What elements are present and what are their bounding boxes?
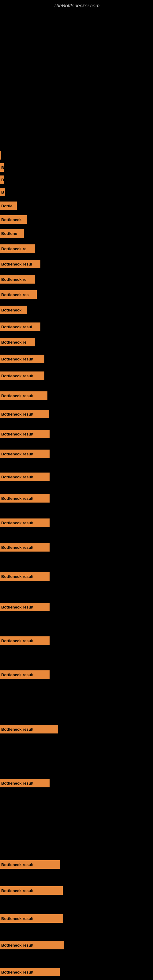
bar: Bottleneck result [0,494,49,503]
bar: Bottleneck res [0,290,37,299]
bar-row: Bottleneck result [0,860,60,869]
bar-label: Bottleneck result [1,545,33,550]
bar-row: Bottleneck result [0,670,49,679]
bar-row: Bottleneck result [0,519,49,527]
bar: B [0,175,4,184]
bar: Bottleneck result [0,410,49,418]
bars-container: BBBBottleBottleneckBottleneBottleneck re… [0,10,153,980]
bar-row: Bottleneck result [0,941,64,950]
bar-row: Bottleneck result [0,391,48,400]
bar: Bottleneck result [0,519,49,527]
bar: Bottleneck result [0,636,49,645]
bar-label: Bottleneck re [1,247,26,251]
bar: Bottleneck result [0,543,49,552]
bar-label: Bottleneck result [1,520,33,525]
bar-label: Bottleneck [1,308,21,312]
bar-row: Bottleneck result [0,886,63,895]
bar-label: Bottleneck [1,218,21,222]
bar: Bottleneck resul [0,260,40,268]
bar-row: Bottleneck result [0,473,49,481]
bar-row: Bottleneck result [0,603,49,611]
bar-label: Bottleneck resul [1,325,32,329]
bar: Bottleneck re [0,275,35,283]
bar: Bottlene [0,229,24,238]
bar-row: Bottleneck res [0,290,37,299]
bar: Bottleneck result [0,725,58,733]
bar-row: Bottleneck result [0,572,49,581]
bar-label: Bottleneck res [1,293,29,297]
bar-row: Bottleneck result [0,543,49,552]
bar-label: Bottleneck result [1,574,33,579]
bar-row: Bottleneck result [0,725,58,733]
bar: Bottleneck result [0,391,48,400]
bar-label: Bottlene [1,231,17,236]
bar-label: Bottleneck result [1,862,33,867]
bar-label: Bottleneck result [1,638,33,643]
bar-row: Bottlene [0,229,24,238]
bar-row: Bottleneck result [0,779,49,788]
bar: Bottleneck result [0,886,63,895]
bar-label: Bottleneck result [1,727,33,732]
bar-label: Bottleneck result [1,970,33,975]
bar-row: Bottleneck [0,305,27,314]
bar: Bottleneck result [0,371,45,380]
bar [0,151,1,159]
bar-label: Bottle [1,204,13,208]
bar-label: Bottleneck result [1,916,33,921]
bar: B [0,188,5,196]
bar-row: Bottleneck result [0,636,49,645]
bar-label: Bottleneck result [1,943,33,948]
bar-label: Bottleneck result [1,374,33,378]
bar-label: Bottleneck result [1,781,33,786]
bar: Bottleneck result [0,914,63,923]
bar: Bottleneck result [0,779,49,788]
bar: Bottleneck result [0,572,49,581]
bar: Bottleneck result [0,941,64,950]
bar-row: B [0,175,4,184]
bar-row: Bottleneck result [0,410,49,418]
bar-row [0,151,1,159]
bar-label: Bottleneck result [1,393,33,398]
bar: Bottleneck re [0,338,35,346]
bar-row: Bottleneck result [0,430,49,438]
bar-label: Bottleneck result [1,475,33,479]
bar-row: Bottleneck re [0,338,35,346]
bar-row: Bottleneck re [0,275,35,283]
bar-row: Bottleneck resul [0,323,40,331]
bar-row: B [0,188,5,196]
bar: Bottleneck result [0,450,49,458]
bar-label: Bottleneck result [1,357,33,361]
bar: Bottleneck result [0,670,49,679]
bar-label: Bottleneck resul [1,262,32,266]
bar-row: B [0,163,4,172]
bar-row: Bottleneck re [0,244,35,253]
bar-row: Bottleneck result [0,494,49,503]
bar: Bottleneck result [0,473,49,481]
bar-label: Bottleneck result [1,888,33,893]
bar: Bottle [0,202,17,210]
bar-row: Bottleneck result [0,450,49,458]
bar-row: Bottleneck result [0,355,45,363]
bar: Bottleneck [0,215,27,224]
bar-label: Bottleneck result [1,412,33,417]
bar-label: Bottleneck result [1,452,33,456]
bar: Bottleneck result [0,603,49,611]
bar-row: Bottleneck result [0,371,45,380]
bar: Bottleneck resul [0,323,40,331]
bar-row: Bottleneck result [0,914,63,923]
bar-row: Bottle [0,202,17,210]
bar: Bottleneck result [0,430,49,438]
bar-label: Bottleneck result [1,673,33,677]
bar-row: Bottleneck [0,215,27,224]
bar-label: B [1,178,4,182]
bar: Bottleneck re [0,244,35,253]
bar-label: Bottleneck result [1,605,33,609]
bar-row: Bottleneck resul [0,260,40,268]
bar: B [0,163,4,172]
bar-row: Bottleneck result [0,968,60,976]
bar-label: Bottleneck re [1,277,26,282]
bar-label: Bottleneck re [1,340,26,345]
bar-label: B [1,165,4,170]
bar-label: B [1,190,4,194]
bar: Bottleneck [0,305,27,314]
